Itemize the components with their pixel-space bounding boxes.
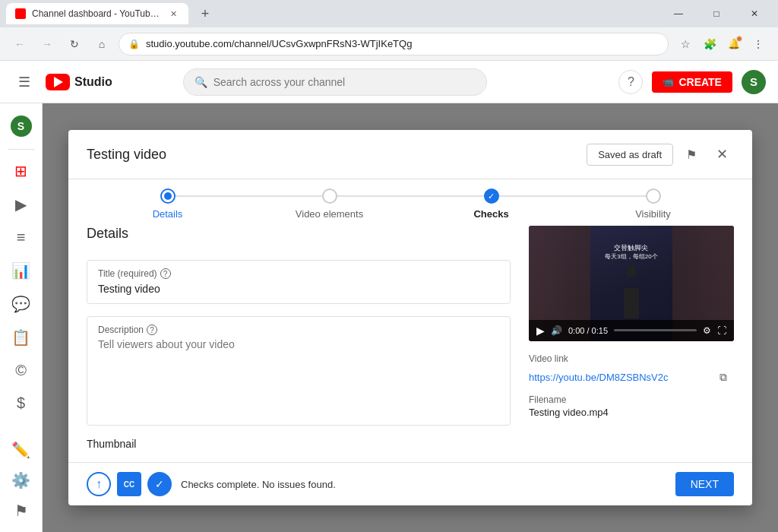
steps-row: Details Video elements [68, 179, 752, 226]
yt-header: ☰ Studio 🔍 ? 📹 CREATE S [0, 61, 778, 103]
title-field-label: Title (required) ? [98, 268, 499, 279]
saved-as-draft-button[interactable]: Saved as draft [587, 144, 673, 166]
flag-button[interactable]: ⚑ [679, 142, 704, 166]
footer-left-actions: ↑ CC ✓ [87, 472, 172, 496]
create-button[interactable]: 📹 CREATE [652, 71, 732, 93]
tab-close-button[interactable]: ✕ [167, 8, 179, 20]
volume-button[interactable]: 🔊 [551, 325, 562, 336]
title-help-icon[interactable]: ? [160, 268, 171, 279]
progress-bar[interactable] [614, 329, 697, 331]
sidebar-item-comments[interactable]: 💬 [0, 289, 42, 319]
modal-close-button[interactable]: ✕ [710, 142, 734, 166]
window-controls: — □ ✕ [661, 3, 772, 24]
sidebar-item-playlists[interactable]: ≡ [0, 223, 42, 252]
maximize-button[interactable]: □ [699, 3, 734, 24]
yt-logo-icon [46, 74, 70, 90]
step-checks-label: Checks [473, 208, 508, 220]
sidebar-bottom: ✏️ ⚙️ ⚑ [11, 435, 30, 526]
content-area: Testing video Saved as draft ⚑ ✕ [43, 103, 778, 532]
step-video-elements-dot-row [248, 188, 410, 204]
new-tab-button[interactable]: + [194, 3, 216, 24]
sidebar-item-settings[interactable]: ⚙️ [11, 465, 30, 496]
checks-complete-icon[interactable]: ✓ [147, 472, 172, 496]
settings-icon: ⚙️ [11, 471, 30, 489]
modal-footer: ↑ CC ✓ Checks complete. No issues found.… [68, 462, 752, 505]
customize-icon: ✏️ [11, 441, 30, 459]
modal-title: Testing video [87, 147, 587, 163]
home-button[interactable]: ⌂ [91, 33, 112, 55]
video-link-label: Video link [529, 353, 734, 364]
description-textarea[interactable] [98, 338, 499, 414]
hamburger-menu[interactable]: ☰ [12, 70, 36, 94]
notifications-icon[interactable]: 🔔 [723, 33, 745, 55]
step-video-elements[interactable]: Video elements [248, 188, 410, 220]
analytics-icon: 📊 [11, 261, 30, 280]
feedback-icon: ⚑ [14, 502, 28, 520]
description-label-text: Description [98, 325, 144, 335]
sidebar-item-copyright[interactable]: © [0, 356, 42, 385]
step-details[interactable]: Details [87, 188, 248, 220]
fullscreen-button[interactable]: ⛶ [717, 325, 726, 336]
video-controls-bar: ▶ 🔊 0:00 / 0:15 [529, 320, 734, 341]
video-details-modal: Testing video Saved as draft ⚑ ✕ [68, 130, 752, 505]
step-visibility-circle [646, 188, 661, 204]
step-details-label: Details [153, 208, 183, 220]
extensions-icon[interactable]: 🧩 [699, 33, 720, 55]
help-button[interactable]: ? [618, 70, 643, 94]
minimize-button[interactable]: — [661, 3, 696, 24]
sidebar-channel-avatar: S [11, 116, 32, 137]
reload-button[interactable]: ↻ [64, 33, 85, 55]
step-visibility[interactable]: Visibility [572, 188, 734, 220]
yt-play-triangle [54, 77, 63, 87]
step-video-elements-label: Video elements [296, 208, 363, 220]
search-input[interactable] [213, 76, 476, 88]
play-button[interactable]: ▶ [536, 325, 545, 337]
subtitles-button[interactable]: CC [117, 472, 141, 496]
title-input[interactable] [98, 283, 499, 295]
back-button[interactable]: ← [9, 33, 30, 55]
browser-toolbar-icons: ☆ 🧩 🔔 ⋮ [675, 33, 769, 55]
settings-button[interactable]: ⚙ [703, 325, 711, 336]
camera-icon: 📹 [663, 77, 674, 87]
copy-link-button[interactable]: ⧉ [713, 367, 734, 388]
address-bar[interactable]: 🔒 studio.youtube.com/channel/UCsvGxwpnFR… [119, 33, 669, 55]
description-help-icon[interactable]: ? [147, 325, 157, 335]
sidebar-item-subtitles[interactable]: 📋 [0, 322, 42, 353]
profile-avatar[interactable]: S [742, 70, 766, 94]
yt-studio-logo[interactable]: Studio [46, 74, 112, 90]
copyright-icon: © [15, 362, 27, 379]
bookmark-icon[interactable]: ☆ [675, 33, 696, 55]
browser-frame: Channel dashboard - YouTube S... ✕ + — □… [0, 0, 778, 532]
upload-button[interactable]: ↑ [87, 472, 111, 496]
step-details-dot-row [87, 188, 248, 204]
next-button[interactable]: NEXT [675, 472, 734, 496]
sidebar-item-customize[interactable]: ✏️ [11, 435, 30, 465]
sidebar-item-feedback[interactable]: ⚑ [11, 496, 30, 526]
step-visibility-dot-row [572, 188, 734, 204]
browser-tab[interactable]: Channel dashboard - YouTube S... ✕ [6, 3, 188, 24]
forward-button[interactable]: → [36, 33, 58, 55]
menu-icon[interactable]: ⋮ [748, 33, 769, 55]
comments-icon: 💬 [11, 295, 30, 313]
video-link-section: Video link https://youtu.be/DM8ZSBNsV2c … [529, 353, 734, 418]
description-field-label: Description ? [98, 325, 499, 335]
sidebar-item-earn[interactable]: $ [0, 388, 42, 418]
close-window-button[interactable]: ✕ [737, 3, 772, 24]
search-bar[interactable]: 🔍 [183, 68, 487, 96]
sidebar-item-content[interactable]: ▶ [0, 189, 42, 220]
search-icon: 🔍 [194, 76, 207, 88]
modal-left: Details Title (required) ? [87, 226, 511, 450]
playlist-icon: ≡ [17, 229, 26, 246]
ssl-lock-icon: 🔒 [128, 39, 140, 49]
footer-status-text: Checks complete. No issues found. [181, 479, 666, 490]
subtitles-icon: 📋 [11, 328, 30, 347]
step-video-elements-circle [322, 188, 337, 204]
sidebar: S ⊞ ▶ ≡ 📊 💬 📋 [0, 103, 43, 532]
browser-titlebar: Channel dashboard - YouTube S... ✕ + — □… [0, 0, 778, 27]
video-link-url[interactable]: https://youtu.be/DM8ZSBNsV2c [529, 372, 707, 383]
step-checks[interactable]: Checks [410, 188, 572, 220]
modal-backdrop: Testing video Saved as draft ⚑ ✕ [43, 103, 778, 532]
sidebar-item-analytics[interactable]: 📊 [0, 255, 42, 286]
sidebar-item-my-channel[interactable]: S [0, 109, 42, 143]
sidebar-item-dashboard[interactable]: ⊞ [0, 156, 42, 186]
